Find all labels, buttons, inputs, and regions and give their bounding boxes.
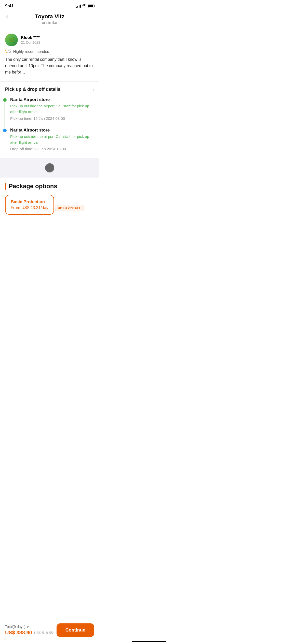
dropoff-location-name: Narita Airport store: [10, 128, 94, 133]
rating-label: Highly recommended: [13, 49, 49, 54]
page-header: ‹ Toyota Vitz or similar: [0, 10, 99, 29]
signal-icon: [76, 5, 81, 8]
pickup-section-title: Pick up & drop off details: [5, 87, 60, 92]
discount-badge: UP TO 25% OFF: [55, 205, 84, 211]
pickup-time: Pick-up time: 15 Jan 2024 08:00: [10, 116, 94, 121]
rating-row: 5/5 Highly recommended: [5, 49, 94, 54]
rating-score: 5/5: [5, 49, 11, 54]
status-icons: [76, 4, 94, 8]
reviewer-name: Klook ****: [21, 35, 40, 40]
timeline: Narita Airport store Pick-up outside the…: [5, 97, 94, 151]
dropoff-dot: [3, 129, 7, 132]
package-card-name: Basic Protection: [11, 199, 48, 204]
dropoff-item: Narita Airport store Pick-up outside the…: [10, 128, 94, 151]
status-time: 9:41: [5, 4, 14, 9]
reviewer-info: Klook **** 21 Oct 2023: [21, 35, 40, 45]
status-bar: 9:41: [0, 0, 99, 10]
review-section: 🌿 Klook **** 21 Oct 2023 5/5 Highly reco…: [0, 29, 99, 82]
orange-accent-bar: [5, 183, 6, 190]
package-section-title: Package options: [9, 183, 57, 190]
timeline-line: [5, 102, 5, 132]
battery-icon: [88, 5, 94, 8]
review-text: The only car rental company that I know …: [5, 56, 94, 75]
page-subtitle: or similar: [42, 20, 58, 25]
avatar-image: 🌿: [5, 34, 18, 46]
avatar: 🌿: [5, 34, 18, 46]
page-title: Toyota Vitz: [35, 13, 64, 20]
dropoff-location-note: Pick-up outside the airport.Call staff f…: [10, 134, 94, 145]
back-button[interactable]: ‹: [5, 12, 9, 21]
chevron-right-icon: ›: [93, 87, 94, 92]
reviewer-row: 🌿 Klook **** 21 Oct 2023: [5, 34, 94, 46]
package-card[interactable]: Basic Protection From US$ 43.21/day: [5, 195, 54, 215]
package-section: Package options Basic Protection From US…: [0, 178, 99, 245]
pickup-section: Pick up & drop off details › Narita Airp…: [0, 82, 99, 158]
package-title-row: Package options: [5, 183, 94, 190]
pickup-location-name: Narita Airport store: [10, 97, 94, 102]
scroll-indicator: [45, 163, 54, 172]
pickup-dot: [3, 98, 7, 102]
reviewer-date: 21 Oct 2023: [21, 40, 40, 45]
wifi-icon: [82, 4, 86, 8]
section-divider: [0, 158, 99, 178]
package-card-price: From US$ 43.21/day: [11, 206, 48, 210]
dropoff-time: Drop-off time: 23 Jan 2024 13:00: [10, 147, 94, 151]
section-header[interactable]: Pick up & drop off details ›: [5, 87, 94, 92]
content-area: 🌿 Klook **** 21 Oct 2023 5/5 Highly reco…: [0, 29, 99, 245]
pickup-item: Narita Airport store Pick-up outside the…: [10, 97, 94, 121]
pickup-location-note: Pick-up outside the airport.Call staff f…: [10, 103, 94, 115]
